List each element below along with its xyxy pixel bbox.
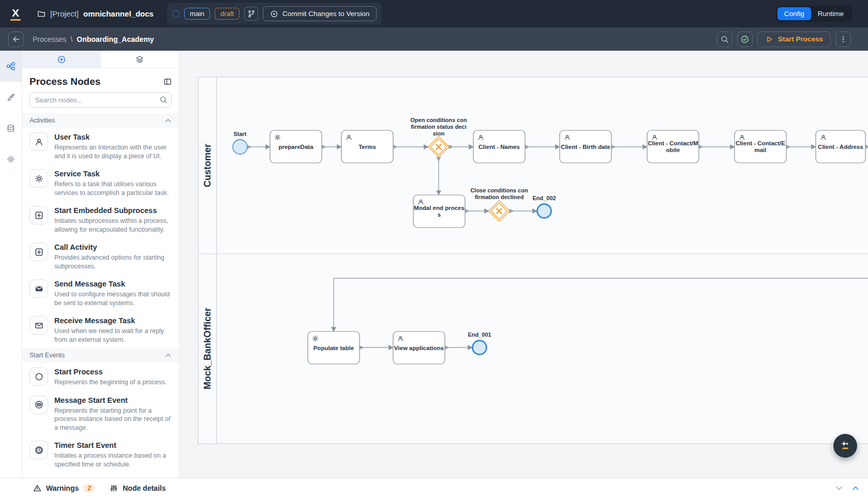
expand-drawer-button[interactable] [851, 484, 860, 492]
circle-icon [29, 367, 48, 386]
commit-button-label: Commit Changes to Version [282, 10, 369, 18]
tab-add-nodes[interactable] [22, 51, 101, 68]
breadcrumb-separator: \ [70, 35, 72, 43]
palette-item-timer-start-event[interactable]: Timer Start EventInitiates a process ins… [22, 436, 179, 473]
back-arrow-icon [12, 35, 20, 43]
folder-icon [37, 10, 46, 18]
diagram-canvas[interactable]: CustomerMock_BankOfficerStartprepareData… [179, 51, 868, 478]
palette-item-receive-message-task[interactable]: Receive Message TaskUsed when we need to… [22, 311, 179, 348]
left-icon-rail [0, 51, 22, 478]
ai-assistant-button[interactable] [833, 434, 857, 458]
svg-text:sion: sion [433, 130, 445, 137]
commit-button[interactable]: Commit Changes to Version [263, 6, 377, 21]
svg-text:End_001: End_001 [468, 331, 491, 338]
lane-label-mock_bankofficer[interactable]: Mock_BankOfficer [202, 308, 213, 389]
svg-text:End_002: End_002 [532, 195, 556, 201]
diagram-node-client-names[interactable]: Client - Names [473, 130, 525, 163]
play-icon [765, 35, 773, 43]
svg-text:Client - Names: Client - Names [478, 144, 520, 150]
start-process-button[interactable]: Start Process [757, 32, 831, 47]
lane-label-customer[interactable]: Customer [202, 144, 213, 187]
svg-text:Client - Contact/E: Client - Contact/E [736, 140, 785, 146]
diagram-node-populate-table[interactable]: Populate table [308, 331, 360, 364]
plus-box-icon [29, 206, 48, 224]
collapse-panel-button[interactable] [163, 78, 172, 86]
section-header-start-events[interactable]: Start Events [22, 348, 179, 363]
diagram-node-client-contact-mobile[interactable]: Client - Contact/Mobile [647, 130, 699, 163]
app-logo-underline [10, 19, 21, 21]
svg-text:Populate table: Populate table [313, 345, 354, 351]
svg-text:s: s [438, 212, 441, 218]
header-actions: Start Process [717, 32, 851, 47]
warnings-count-badge: 2 [83, 484, 95, 492]
tab-runtime[interactable]: Runtime [811, 7, 850, 20]
svg-text:obile: obile [666, 147, 680, 153]
diagram-node-modal-end-process[interactable]: Modal end process [413, 195, 465, 228]
tab-layers[interactable] [101, 51, 179, 68]
process-diagram[interactable]: CustomerMock_BankOfficerStartprepareData… [179, 51, 868, 478]
diagram-node-prepareData[interactable]: prepareData [270, 130, 322, 163]
rail-item-processes[interactable] [0, 51, 22, 82]
version-controls: main draft Commit Changes to Version [167, 3, 382, 25]
project-title: [Project] omnichannel_docs [37, 9, 154, 18]
top-app-bar: X [Project] omnichannel_docs main draft … [0, 0, 868, 27]
commit-target-icon [270, 10, 278, 18]
database-icon [7, 124, 15, 132]
rail-item-settings[interactable] [0, 144, 22, 175]
rail-item-design[interactable] [0, 82, 22, 113]
palette-item-start-embedded-subprocess[interactable]: Start Embedded SubprocessInitiates subpr… [22, 201, 179, 238]
validate-button[interactable] [737, 32, 753, 47]
sliders-icon [110, 484, 118, 492]
app-logo[interactable]: X [8, 7, 23, 21]
palette-item-service-task[interactable]: Service TaskRefers to a task that utilis… [22, 164, 179, 201]
svg-text:firmation declined: firmation declined [475, 194, 524, 200]
mode-toggle: Config Runtime [776, 6, 852, 22]
svg-text:Client - Contact/M: Client - Contact/M [648, 140, 698, 146]
breadcrumb: Processes \ Onboarding_Academy [33, 35, 154, 43]
warnings-toggle[interactable]: Warnings 2 [33, 484, 95, 492]
section-header-activities[interactable]: Activities [22, 113, 179, 128]
palette-item-call-activity[interactable]: Call ActivityProvides advanced options f… [22, 238, 179, 275]
breadcrumb-processes[interactable]: Processes [33, 35, 66, 43]
diagram-node-start[interactable]: Start [233, 131, 247, 154]
diagram-node-terms[interactable]: Terms [341, 130, 393, 163]
diagram-node-client-contact-email[interactable]: Client - Contact/Email [735, 130, 786, 163]
svg-text:View applications: View applications [394, 345, 444, 351]
plus-circle-icon [57, 55, 66, 64]
search-button[interactable] [717, 32, 732, 47]
plus-box-icon [29, 243, 48, 261]
search-nodes-input[interactable] [29, 92, 172, 108]
diagram-node-view-applications[interactable]: View applications [393, 331, 445, 364]
search-icon [721, 35, 729, 43]
layers-icon [136, 55, 144, 64]
warnings-label: Warnings [46, 484, 79, 492]
svg-text:prepareData: prepareData [278, 144, 313, 150]
panel-title: Process Nodes [29, 76, 100, 87]
rail-item-database[interactable] [0, 113, 22, 144]
back-button[interactable] [8, 32, 24, 47]
paint-brush-icon [7, 93, 15, 101]
check-circle-icon [741, 35, 749, 43]
node-palette: ActivitiesUser TaskRepresents an interac… [22, 113, 179, 473]
process-nodes-panel: Process Nodes ActivitiesUser TaskReprese… [22, 51, 179, 478]
envelope-circle-icon [29, 396, 48, 414]
palette-item-send-message-task[interactable]: Send Message TaskUsed to configure messa… [22, 275, 179, 311]
draft-badge[interactable]: draft [215, 8, 240, 20]
sync-status-icon [172, 10, 179, 18]
svg-text:Terms: Terms [358, 144, 376, 150]
more-options-button[interactable] [835, 32, 851, 47]
status-bar: Warnings 2 Node details [0, 478, 868, 498]
palette-item-message-start-event[interactable]: Message Start EventRepresents the starti… [22, 391, 179, 436]
palette-item-start-process[interactable]: Start ProcessRepresents the beginning of… [22, 363, 179, 391]
branch-badge[interactable]: main [184, 8, 210, 20]
palette-item-user-task[interactable]: User TaskRepresents an interaction with … [22, 128, 179, 164]
tab-config[interactable]: Config [777, 7, 811, 20]
svg-text:firmation status deci: firmation status deci [411, 124, 467, 130]
diagram-node-client-birth-date[interactable]: Client - Birth date [560, 130, 611, 163]
diagram-node-client-address[interactable]: Client - Address [816, 130, 865, 163]
node-details-toggle[interactable]: Node details [110, 484, 166, 492]
collapse-drawer-button[interactable] [835, 484, 843, 492]
status-bar-actions [835, 484, 860, 492]
branch-menu-button[interactable] [244, 7, 258, 21]
envelope-filled-icon [29, 279, 48, 298]
